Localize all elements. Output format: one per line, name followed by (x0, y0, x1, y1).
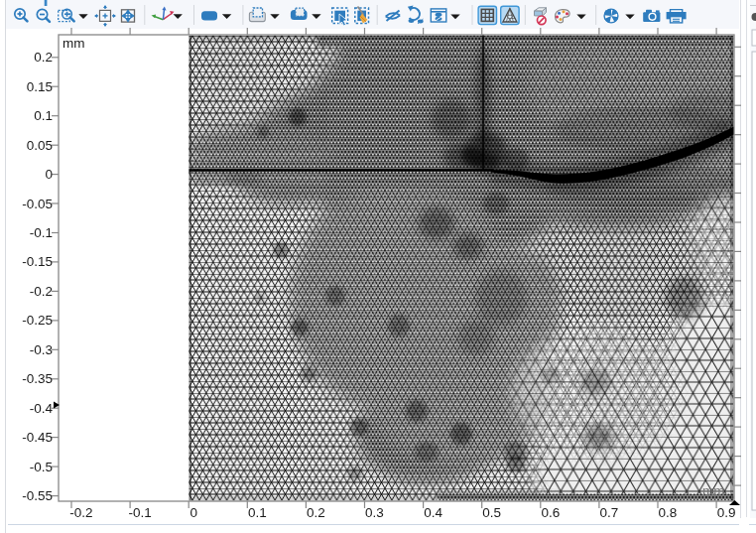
svg-text:0.2: 0.2 (34, 50, 53, 65)
svg-text:0.8: 0.8 (659, 505, 678, 520)
svg-text:mm: mm (702, 483, 725, 498)
svg-text:-0.4: -0.4 (30, 401, 54, 416)
svg-text:-0.45: -0.45 (22, 430, 53, 445)
svg-text:0.1: 0.1 (248, 505, 267, 520)
svg-text:mm: mm (63, 36, 85, 51)
svg-text:-0.55: -0.55 (22, 488, 53, 503)
svg-text:-0.05: -0.05 (22, 197, 53, 211)
svg-text:0: 0 (45, 167, 53, 182)
svg-text:-0.2: -0.2 (30, 284, 53, 299)
svg-text:-0.35: -0.35 (22, 371, 53, 386)
svg-text:0.6: 0.6 (541, 505, 560, 520)
svg-text:0.1: 0.1 (34, 108, 53, 123)
svg-text:-0.1: -0.1 (128, 505, 151, 520)
svg-text:-0.25: -0.25 (22, 313, 53, 328)
svg-text:0.15: 0.15 (27, 79, 53, 94)
svg-text:0.05: 0.05 (27, 138, 53, 153)
svg-text:0.4: 0.4 (424, 505, 442, 520)
svg-text:-0.5: -0.5 (30, 460, 53, 474)
svg-text:-0.2: -0.2 (69, 505, 92, 520)
svg-text:0: 0 (189, 505, 197, 520)
svg-text:0.7: 0.7 (600, 505, 619, 520)
svg-text:0.5: 0.5 (482, 505, 501, 520)
svg-text:-0.3: -0.3 (30, 342, 53, 357)
svg-text:0.2: 0.2 (307, 505, 325, 520)
svg-text:-0.15: -0.15 (22, 254, 53, 269)
svg-text:0.9: 0.9 (717, 505, 736, 520)
svg-text:0.3: 0.3 (365, 505, 384, 520)
svg-text:-0.1: -0.1 (30, 225, 53, 240)
